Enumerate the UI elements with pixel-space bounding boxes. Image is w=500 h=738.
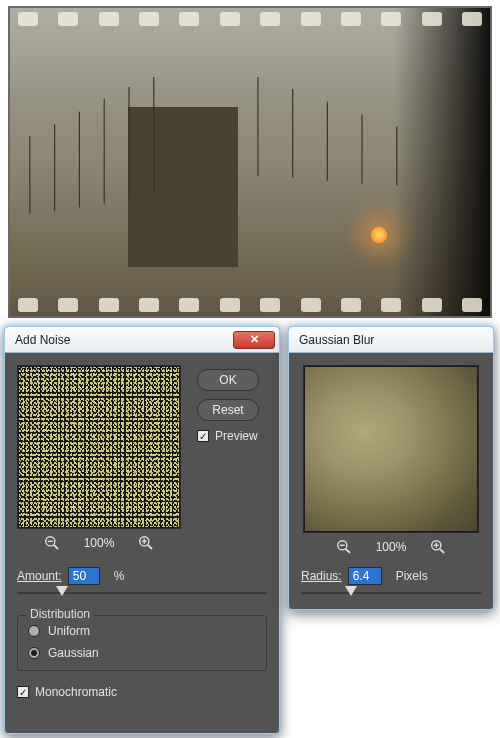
svg-line-22 — [440, 549, 444, 553]
svg-line-12 — [53, 545, 57, 549]
close-button[interactable]: ✕ — [233, 331, 275, 349]
monochromatic-label: Monochromatic — [35, 685, 117, 699]
distribution-uniform[interactable]: Uniform — [28, 624, 256, 638]
add-noise-title: Add Noise — [15, 333, 70, 347]
sunflare — [370, 226, 388, 244]
ok-button[interactable]: OK — [197, 369, 259, 391]
add-noise-titlebar[interactable]: Add Noise ✕ — [5, 327, 279, 353]
film-sprockets-bottom — [10, 294, 490, 316]
gaussian-blur-title: Gaussian Blur — [299, 333, 374, 347]
add-noise-dialog: Add Noise ✕ 100% OK Reset — [4, 326, 280, 734]
result-image — [8, 6, 492, 318]
preview-checkbox[interactable]: ✓ Preview — [197, 429, 259, 443]
film-sprockets-top — [10, 8, 490, 30]
svg-line-15 — [148, 545, 152, 549]
zoom-out-icon[interactable] — [44, 535, 60, 551]
checkbox-icon: ✓ — [17, 686, 29, 698]
zoom-percent: 100% — [376, 540, 407, 554]
zoom-in-icon[interactable] — [430, 539, 446, 555]
radio-icon — [28, 625, 40, 637]
blur-preview[interactable] — [303, 365, 479, 533]
bridge-illustration — [10, 8, 490, 316]
radius-slider[interactable] — [301, 587, 481, 601]
radius-unit: Pixels — [396, 569, 428, 583]
preview-label: Preview — [215, 429, 258, 443]
gaussian-blur-dialog: Gaussian Blur 100% Radius: Pixels — [288, 326, 494, 610]
radius-label: Radius: — [301, 569, 342, 583]
amount-unit: % — [114, 569, 125, 583]
amount-slider[interactable] — [17, 587, 267, 601]
slider-thumb[interactable] — [56, 586, 68, 596]
distribution-group: Distribution Uniform Gaussian — [17, 615, 267, 671]
radio-icon — [28, 647, 40, 659]
svg-line-19 — [345, 549, 349, 553]
radius-field[interactable] — [348, 567, 382, 585]
zoom-out-icon[interactable] — [336, 539, 352, 555]
close-icon: ✕ — [250, 333, 259, 346]
gaussian-blur-titlebar[interactable]: Gaussian Blur — [289, 327, 493, 353]
reset-button[interactable]: Reset — [197, 399, 259, 421]
amount-label: Amount: — [17, 569, 62, 583]
zoom-in-icon[interactable] — [138, 535, 154, 551]
zoom-percent: 100% — [84, 536, 115, 550]
amount-field[interactable] — [68, 567, 100, 585]
distribution-legend: Distribution — [26, 607, 94, 621]
monochromatic-checkbox[interactable]: ✓ Monochromatic — [17, 685, 267, 699]
slider-thumb[interactable] — [345, 586, 357, 596]
noise-preview[interactable] — [17, 365, 181, 529]
distribution-gaussian[interactable]: Gaussian — [28, 646, 256, 660]
checkbox-icon: ✓ — [197, 430, 209, 442]
